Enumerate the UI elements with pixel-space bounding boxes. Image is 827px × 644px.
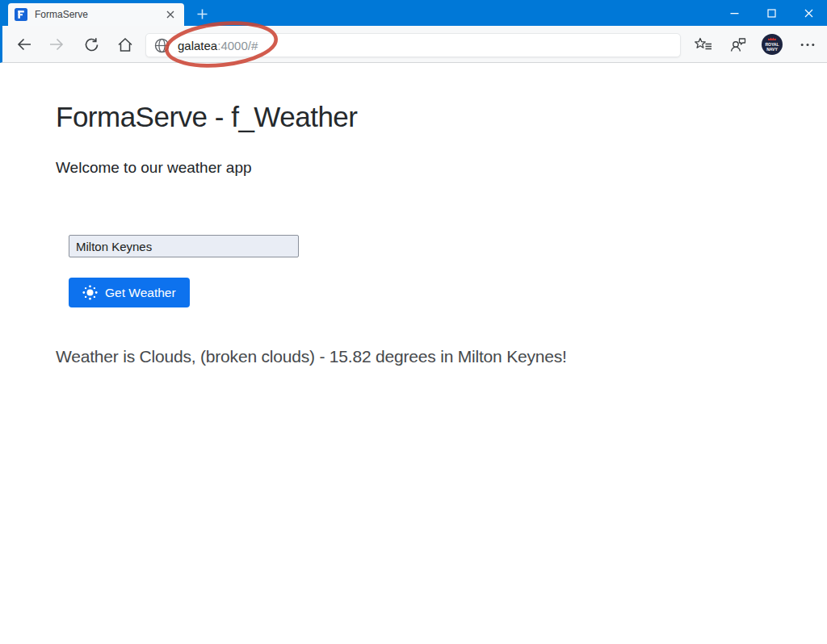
- close-window-button[interactable]: [790, 0, 827, 26]
- home-button[interactable]: [112, 31, 138, 57]
- address-bar[interactable]: galatea:4000/#: [145, 33, 681, 57]
- settings-menu-icon[interactable]: [795, 31, 821, 57]
- favorites-hub-icon[interactable]: [691, 31, 716, 57]
- navigation-toolbar: galatea:4000/# ROYAL NAVY: [0, 26, 827, 63]
- new-tab-button[interactable]: [194, 6, 210, 22]
- tab-bar: FormaServe: [0, 0, 827, 26]
- page-title: FormaServe - f_Weather: [56, 101, 358, 133]
- maximize-button[interactable]: [753, 0, 790, 26]
- browser-window: FormaServe: [0, 0, 827, 644]
- get-weather-button[interactable]: Get Weather: [69, 278, 190, 307]
- profile-avatar[interactable]: ROYAL NAVY: [759, 31, 785, 57]
- formaserve-favicon-icon: [15, 8, 27, 21]
- page-content: FormaServe - f_Weather Welcome to our we…: [0, 63, 827, 644]
- weather-result-text: Weather is Clouds, (broken clouds) - 15.…: [56, 347, 567, 366]
- sun-icon: [82, 285, 98, 300]
- welcome-text: Welcome to our weather app: [56, 159, 252, 177]
- back-button[interactable]: [11, 31, 37, 57]
- window-controls: [716, 0, 827, 26]
- tab-close-icon[interactable]: [163, 7, 178, 22]
- feedback-icon[interactable]: [724, 31, 750, 57]
- minimize-button[interactable]: [716, 0, 753, 26]
- refresh-icon[interactable]: [78, 31, 104, 57]
- tab-title: FormaServe: [35, 9, 163, 20]
- city-input[interactable]: [69, 235, 299, 257]
- forward-button[interactable]: [43, 31, 69, 57]
- svg-text:NAVY: NAVY: [766, 47, 778, 52]
- url-text[interactable]: galatea:4000/#: [178, 39, 258, 52]
- browser-tab[interactable]: FormaServe: [8, 3, 184, 26]
- globe-icon: [154, 38, 170, 53]
- get-weather-label: Get Weather: [105, 286, 176, 300]
